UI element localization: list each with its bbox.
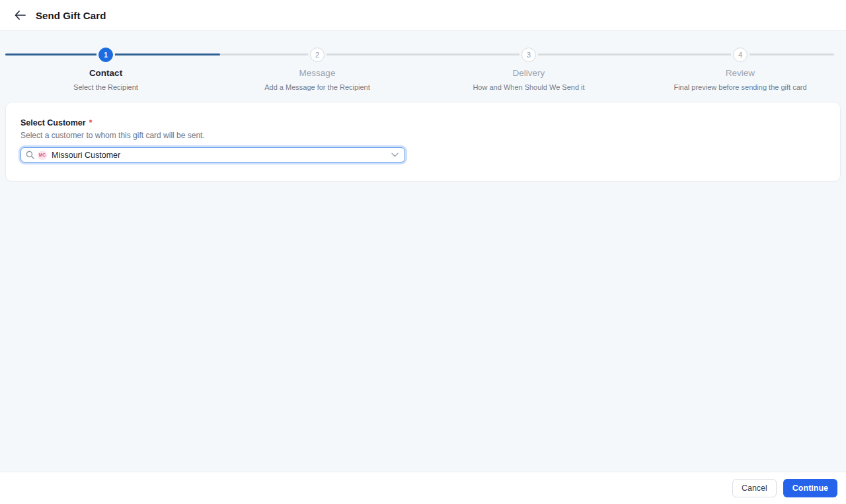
select-customer-card: Select Customer * Select a customer to w…	[5, 102, 841, 182]
customer-select[interactable]: MC Missouri Customer	[20, 147, 405, 162]
chevron-down-icon	[391, 153, 399, 157]
step-1-circle: 1	[98, 48, 113, 62]
step-1-title: Contact	[89, 68, 122, 78]
step-4-title: Review	[726, 68, 755, 78]
wizard-footer: Cancel Continue	[0, 472, 846, 504]
main-content: 1 Contact Select the Recipient 2 Message…	[0, 31, 846, 472]
select-customer-label: Select Customer	[20, 118, 86, 127]
step-4-subtitle: Final preview before sending the gift ca…	[673, 83, 806, 91]
step-delivery[interactable]: 3 Delivery How and When Should We Send i…	[423, 48, 634, 91]
cancel-button[interactable]: Cancel	[732, 479, 777, 497]
continue-button[interactable]: Continue	[783, 479, 837, 497]
search-icon	[26, 151, 34, 159]
step-2-subtitle: Add a Message for the Recipient	[264, 83, 370, 91]
step-2-circle: 2	[310, 48, 325, 62]
step-contact[interactable]: 1 Contact Select the Recipient	[0, 48, 212, 91]
step-message[interactable]: 2 Message Add a Message for the Recipien…	[212, 48, 423, 91]
step-review[interactable]: 4 Review Final preview before sending th…	[634, 48, 846, 91]
required-asterisk: *	[89, 118, 93, 127]
step-4-circle: 4	[733, 48, 748, 62]
wizard-stepper: 1 Contact Select the Recipient 2 Message…	[0, 31, 846, 102]
customer-select-value: Missouri Customer	[52, 151, 391, 160]
page-title: Send Gift Card	[36, 10, 106, 21]
app-header: Send Gift Card	[0, 0, 846, 31]
customer-avatar: MC	[38, 151, 47, 160]
step-3-title: Delivery	[513, 68, 545, 78]
step-3-subtitle: How and When Should We Send it	[473, 83, 584, 91]
step-1-subtitle: Select the Recipient	[73, 83, 138, 91]
step-2-title: Message	[299, 68, 336, 78]
select-customer-description: Select a customer to whom this gift card…	[20, 131, 826, 140]
arrow-left-icon	[15, 11, 26, 20]
back-button[interactable]	[11, 6, 29, 24]
step-3-circle: 3	[521, 48, 536, 62]
